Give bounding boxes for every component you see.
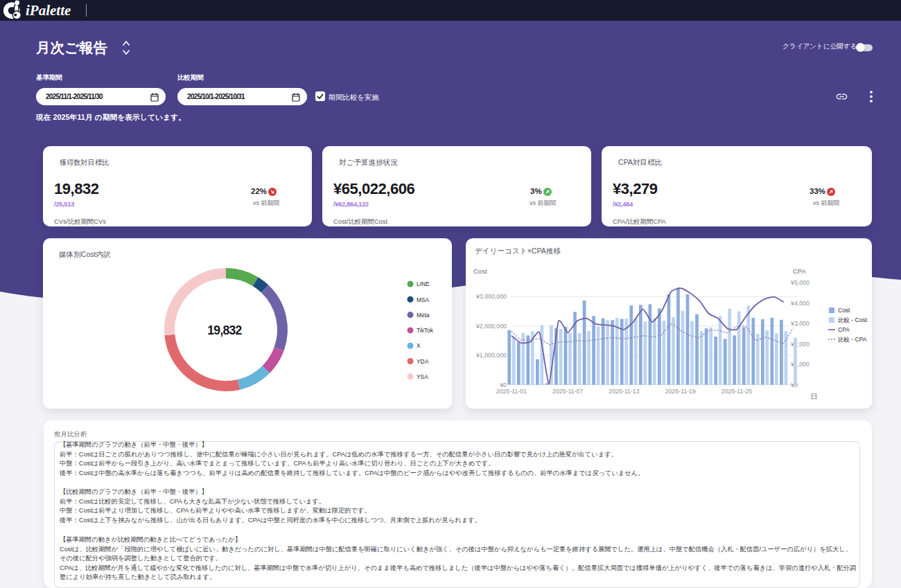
svg-text:¥3,000: ¥3,000	[790, 320, 810, 327]
svg-text:TikTok: TikTok	[417, 327, 434, 334]
svg-text:日: 日	[810, 392, 818, 400]
svg-text:¥4,000: ¥4,000	[790, 300, 810, 307]
svg-text:X: X	[417, 342, 421, 349]
svg-text:YDA: YDA	[417, 358, 429, 365]
svg-text:Meta: Meta	[417, 312, 430, 319]
svg-text:¥3,000,000: ¥3,000,000	[475, 293, 507, 300]
svg-text:2025-11-13: 2025-11-13	[609, 388, 639, 395]
svg-text:比較 - CPA: 比較 - CPA	[838, 336, 867, 343]
svg-text:2025-11-01: 2025-11-01	[496, 388, 527, 395]
svg-text:CPA: CPA	[838, 326, 850, 333]
svg-text:Cost: Cost	[838, 307, 850, 314]
svg-text:LINE: LINE	[417, 280, 430, 287]
svg-text:¥1,000: ¥1,000	[790, 361, 810, 368]
svg-text:2025-11-19: 2025-11-19	[665, 388, 696, 395]
svg-text:CPA: CPA	[793, 267, 806, 275]
svg-text:比較 - Cost: 比較 - Cost	[838, 317, 868, 323]
svg-text:MSA: MSA	[417, 296, 430, 303]
svg-text:¥2,000,000: ¥2,000,000	[475, 323, 507, 330]
svg-text:Cost: Cost	[473, 267, 487, 275]
svg-text:¥2,000: ¥2,000	[790, 341, 810, 348]
svg-text:YSA: YSA	[417, 373, 428, 380]
svg-text:2025-11-25: 2025-11-25	[721, 388, 752, 395]
svg-text:¥1,000,000: ¥1,000,000	[475, 352, 507, 359]
svg-text:¥5,000: ¥5,000	[790, 279, 810, 286]
svg-text:2025-11-07: 2025-11-07	[552, 388, 583, 395]
